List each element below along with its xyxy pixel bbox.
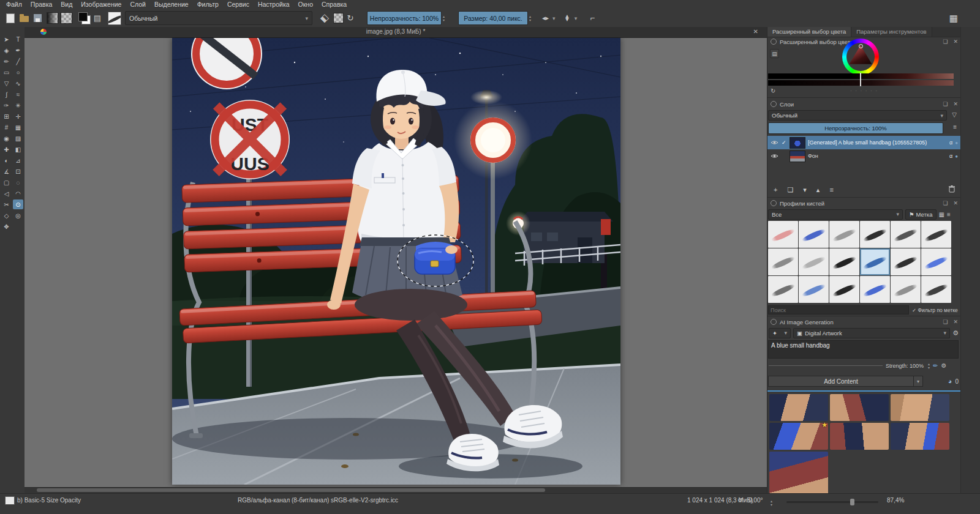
workspace-chooser-button[interactable]: ▦ [949, 13, 958, 24]
horizontal-scrollbar-thumb[interactable] [37, 488, 545, 492]
move-layer-down-button[interactable]: ▾ [803, 186, 807, 194]
layer-opacity-slider[interactable]: Непрозрачность: 100% [768, 122, 943, 134]
elliptical-selection-tool[interactable]: ◌ [13, 177, 23, 187]
new-document-button[interactable] [4, 12, 17, 25]
float-docker-icon[interactable]: ❏ [943, 39, 948, 45]
brush-preset-button[interactable] [108, 12, 121, 25]
measure-tool[interactable]: ∡ [1, 166, 12, 176]
brush-preset[interactable] [891, 248, 921, 275]
select-shapes-tool[interactable]: ➤ [1, 34, 12, 44]
gradient-editor-button[interactable]: ▤ [91, 12, 104, 25]
opacity-slider[interactable]: Непрозрачность: 100% [367, 11, 442, 25]
gradient-tool[interactable]: ▦ [13, 122, 23, 132]
pattern-edit-tool[interactable]: ▨ [13, 133, 23, 143]
move-layer-up-button[interactable]: ▴ [816, 186, 820, 194]
ai-result-thumbnail[interactable] [769, 452, 828, 493]
color-wheel[interactable] [842, 39, 879, 75]
blending-mode-dropdown[interactable]: Обычный ▾ [125, 11, 312, 25]
smart-patch-tool[interactable]: ✚ [1, 144, 12, 154]
brush-preset[interactable] [829, 248, 859, 275]
layer-alpha-icon[interactable]: α [949, 153, 952, 159]
ai-style-dropdown[interactable]: ▣ Digital Artwork ▾ [793, 328, 950, 338]
mirror-horizontal-button[interactable]: ◂▸ ▾ [542, 14, 556, 22]
layer-blend-mode-dropdown[interactable]: Обычный ▾ [768, 110, 947, 121]
strength-settings-gear-icon[interactable]: ⚙ [941, 362, 946, 369]
brush-preset[interactable] [799, 276, 829, 303]
brush-preset[interactable] [768, 248, 798, 275]
polyline-tool[interactable]: ∿ [13, 78, 23, 88]
freehand-selection-tool[interactable]: ◠ [13, 188, 23, 198]
brush-preset[interactable] [799, 221, 829, 248]
reload-preset-button[interactable]: ↻ [344, 12, 357, 25]
menu-item-5[interactable]: Выделение [150, 0, 193, 9]
zoom-tool[interactable]: ◎ [13, 210, 23, 220]
enclose-fill-tool[interactable]: ◐ [1, 155, 12, 165]
ai-result-thumbnail[interactable]: ★ [769, 423, 828, 450]
ellipse-tool[interactable]: ○ [13, 67, 23, 77]
ai-prompt-input[interactable]: A blue small handbag [768, 340, 959, 359]
preserve-alpha-button[interactable] [333, 13, 344, 23]
foreground-background-color-chip[interactable] [78, 12, 91, 24]
menu-item-1[interactable]: Правка [26, 0, 56, 9]
ai-result-thumbnail[interactable] [891, 423, 949, 450]
fill-tool[interactable]: ◧ [13, 144, 23, 154]
brush-preset[interactable] [891, 221, 921, 248]
save-document-button[interactable] [31, 12, 44, 25]
rectangle-tool[interactable]: ▭ [1, 67, 12, 77]
grid-view-icon[interactable]: ▦ [939, 211, 944, 218]
calligraphy-tool[interactable]: ✒ [13, 45, 23, 55]
brush-preset[interactable] [768, 276, 798, 303]
layer-check-icon[interactable]: ✓ [782, 140, 787, 146]
filter-by-tag-checkbox[interactable]: ✓ Фильтр по метке [912, 307, 958, 313]
ai-result-thumbnail[interactable] [769, 394, 828, 421]
brush-tag-filter-dropdown[interactable]: Все ▾ [768, 209, 903, 220]
freehand-path-tool[interactable]: ≈ [13, 89, 23, 99]
menu-item-10[interactable]: Справка [317, 0, 351, 9]
brush-size-slider[interactable]: Размер: 40,00 пикс. [458, 11, 528, 25]
color-sampler-tool[interactable]: ◉ [1, 133, 12, 143]
similar-color-selection-tool[interactable]: ⊙ [13, 199, 23, 209]
brush-preset[interactable] [768, 221, 798, 248]
mirror-vertical-button[interactable]: ◂▸ ▾ [564, 14, 578, 22]
menu-item-0[interactable]: Файл [2, 0, 26, 9]
layer-style-icon[interactable]: ● [955, 154, 958, 159]
canvas-viewport[interactable]: UST UUS [24, 37, 767, 488]
opacity-spinner[interactable]: ▴▾ [443, 15, 445, 22]
freehand-brush-tool[interactable]: ✏ [1, 56, 12, 66]
add-content-dropdown-icon[interactable]: ▾ [914, 376, 923, 387]
brush-preset[interactable] [921, 221, 951, 248]
dynamic-brush-tool[interactable]: ✑ [1, 100, 12, 110]
eraser-mode-button[interactable]: ◧ [317, 12, 331, 25]
angle-spinner[interactable]: ▴▾ [771, 499, 772, 507]
tab-advanced-color-selector[interactable]: Расширенный выбор цвета [767, 27, 851, 37]
transform-tool[interactable]: ⊞ [1, 111, 12, 121]
layer-row[interactable]: Фонα● [767, 149, 961, 163]
brush-preset[interactable] [860, 221, 890, 248]
value-strip-2[interactable] [768, 80, 954, 86]
multibrush-tool[interactable]: ✳ [13, 100, 23, 110]
menu-item-4[interactable]: Слой [126, 0, 150, 9]
polygonal-selection-tool[interactable]: ◁ [1, 188, 12, 198]
add-content-button[interactable]: Add Content [768, 376, 914, 387]
tag-button[interactable]: ⚑ Метка [905, 209, 937, 220]
visibility-icon[interactable] [771, 140, 779, 146]
menu-item-8[interactable]: Настройка [254, 0, 294, 9]
pan-tool[interactable]: ✥ [1, 222, 12, 231]
menu-item-2[interactable]: Вид [56, 0, 77, 9]
ai-mode-button[interactable]: ✦ ▾ [769, 328, 791, 338]
favorite-star-icon[interactable]: ★ [821, 421, 827, 429]
strength-spinner[interactable]: ▴▾ [928, 362, 930, 370]
move-tool[interactable]: ✛ [13, 111, 23, 121]
tab-tool-options[interactable]: Параметры инструментов [851, 27, 932, 37]
list-view-icon[interactable]: ≡ [947, 211, 951, 218]
add-layer-button[interactable]: + [774, 186, 777, 193]
visibility-icon[interactable] [771, 153, 779, 159]
gradient-swatch-button[interactable] [47, 12, 58, 24]
layer-filter-icon[interactable]: ▽ [952, 111, 957, 118]
magnetic-selection-tool[interactable]: ✂ [1, 199, 12, 209]
close-docker-icon[interactable]: ✕ [953, 101, 958, 107]
ai-result-thumbnail[interactable] [830, 394, 889, 421]
close-docker-icon[interactable]: ✕ [953, 200, 958, 206]
brush-preset[interactable] [891, 276, 921, 303]
brush-preset[interactable] [799, 248, 829, 275]
